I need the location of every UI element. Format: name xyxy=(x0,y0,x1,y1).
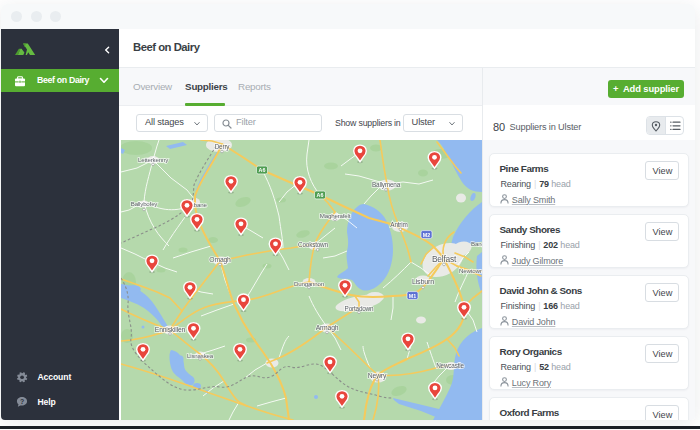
svg-text:Ballybofey: Ballybofey xyxy=(131,200,159,207)
svg-text:Cookstown: Cookstown xyxy=(298,241,328,248)
svg-text:Lisburn: Lisburn xyxy=(412,277,434,286)
svg-text:Newtownards: Newtownards xyxy=(459,267,482,274)
svg-text:Derry: Derry xyxy=(215,143,231,151)
svg-text:M2: M2 xyxy=(423,232,431,238)
svg-text:A6: A6 xyxy=(259,167,266,173)
svg-text:Belfast: Belfast xyxy=(432,254,457,264)
svg-text:Letterkenny: Letterkenny xyxy=(138,156,169,163)
svg-text:?: ? xyxy=(19,398,23,405)
svg-text:Magherafelt: Magherafelt xyxy=(320,212,351,219)
svg-text:Dungannon: Dungannon xyxy=(294,280,325,287)
svg-text:Antrim: Antrim xyxy=(390,221,407,228)
svg-text:M1: M1 xyxy=(409,293,417,299)
svg-text:Newcastle: Newcastle xyxy=(436,362,464,369)
svg-text:Bangor: Bangor xyxy=(471,240,482,247)
svg-text:Ballymena: Ballymena xyxy=(372,181,401,189)
svg-text:A6: A6 xyxy=(317,192,324,198)
